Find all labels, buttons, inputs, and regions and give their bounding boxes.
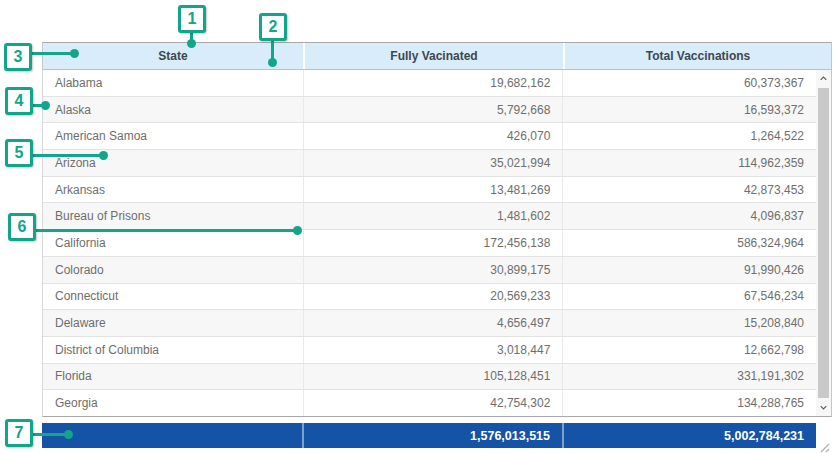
table-row[interactable]: California 172,456,138 586,324,964: [43, 230, 816, 257]
column-header-state[interactable]: State: [43, 43, 303, 69]
callout-marker-3: 3: [4, 43, 32, 71]
total-vaccinations-cell: 42,873,453: [562, 177, 816, 203]
fully-vacinated-cell: 30,899,175: [303, 257, 563, 283]
callout-dot-2: [268, 58, 277, 67]
table-row[interactable]: Connecticut 20,569,233 67,546,234: [43, 284, 816, 311]
table-row[interactable]: Delaware 4,656,497 15,208,840: [43, 310, 816, 337]
scrollbar-thumb[interactable]: [818, 88, 829, 398]
state-cell: Colorado: [43, 257, 303, 283]
scroll-down-button[interactable]: [816, 399, 831, 416]
state-cell: Bureau of Prisons: [43, 203, 303, 229]
total-vaccinations-cell: 4,096,837: [562, 203, 816, 229]
fully-vacinated-cell: 42,754,302: [303, 390, 563, 416]
state-cell: Florida: [43, 364, 303, 390]
callout-marker-4: 4: [5, 87, 33, 115]
summary-fully-vacinated: 1,576,013,515: [302, 423, 562, 448]
callout-dot-4: [41, 101, 50, 110]
table-row[interactable]: Colorado 30,899,175 91,990,426: [43, 257, 816, 284]
state-cell: California: [43, 230, 303, 256]
callout-line-7: [33, 433, 66, 436]
table-body: Alabama 19,682,162 60,373,367 Alaska 5,7…: [42, 70, 816, 417]
fully-vacinated-cell: 172,456,138: [303, 230, 563, 256]
callout-marker-5: 5: [5, 139, 33, 167]
callout-dot-7: [64, 430, 73, 439]
total-vaccinations-cell: 1,264,522: [562, 123, 816, 149]
callout-marker-6: 6: [8, 213, 36, 241]
column-header-total-vaccinations[interactable]: Total Vaccinations: [563, 43, 831, 69]
fully-vacinated-cell: 3,018,447: [303, 337, 563, 363]
state-cell: Georgia: [43, 390, 303, 416]
total-vaccinations-cell: 15,208,840: [562, 310, 816, 336]
total-vaccinations-cell: 12,662,798: [562, 337, 816, 363]
total-vaccinations-cell: 67,546,234: [562, 284, 816, 310]
column-header-fully-vacinated[interactable]: Fully Vacinated: [303, 43, 563, 69]
fully-vacinated-cell: 5,792,668: [303, 97, 563, 123]
callout-dot-5: [99, 151, 108, 160]
fully-vacinated-cell: 1,481,602: [303, 203, 563, 229]
state-cell: American Samoa: [43, 123, 303, 149]
resize-grip-icon: [818, 439, 830, 450]
total-vaccinations-cell: 16,593,372: [562, 97, 816, 123]
fully-vacinated-cell: 35,021,994: [303, 150, 563, 176]
table-row[interactable]: Arizona 35,021,994 114,962,359: [43, 150, 816, 177]
total-vaccinations-cell: 114,962,359: [562, 150, 816, 176]
table-row[interactable]: Arkansas 13,481,269 42,873,453: [43, 177, 816, 204]
fully-vacinated-cell: 105,128,451: [303, 364, 563, 390]
table-header: State Fully Vacinated Total Vaccinations: [42, 42, 832, 70]
table-row[interactable]: Florida 105,128,451 331,191,302: [43, 364, 816, 391]
table-row[interactable]: American Samoa 426,070 1,264,522: [43, 123, 816, 150]
total-vaccinations-cell: 60,373,367: [562, 70, 816, 96]
app-canvas: State Fully Vacinated Total Vaccinations…: [0, 0, 833, 453]
fully-vacinated-cell: 4,656,497: [303, 310, 563, 336]
state-cell: Connecticut: [43, 284, 303, 310]
summary-state-cell: [42, 423, 302, 448]
callout-line-5: [33, 154, 101, 157]
callout-line-6: [36, 229, 295, 232]
callout-dot-3: [70, 49, 79, 58]
fully-vacinated-cell: 13,481,269: [303, 177, 563, 203]
fully-vacinated-cell: 426,070: [303, 123, 563, 149]
vertical-scrollbar[interactable]: [816, 70, 832, 417]
total-vaccinations-cell: 586,324,964: [562, 230, 816, 256]
summary-total-vaccinations: 5,002,784,231: [562, 423, 816, 448]
state-cell: Delaware: [43, 310, 303, 336]
table-row[interactable]: Alaska 5,792,668 16,593,372: [43, 97, 816, 124]
state-cell: Alabama: [43, 70, 303, 96]
scroll-up-button[interactable]: [816, 70, 831, 87]
callout-marker-1: 1: [178, 5, 206, 33]
callout-marker-2: 2: [259, 13, 287, 41]
total-vaccinations-cell: 331,191,302: [562, 364, 816, 390]
fully-vacinated-cell: 20,569,233: [303, 284, 563, 310]
state-cell: Arkansas: [43, 177, 303, 203]
table-row[interactable]: Alabama 19,682,162 60,373,367: [43, 70, 816, 97]
callout-dot-6: [293, 226, 302, 235]
fully-vacinated-cell: 19,682,162: [303, 70, 563, 96]
table-row[interactable]: Bureau of Prisons 1,481,602 4,096,837: [43, 203, 816, 230]
table-row[interactable]: District of Columbia 3,018,447 12,662,79…: [43, 337, 816, 364]
total-vaccinations-cell: 134,288,765: [562, 390, 816, 416]
callout-dot-1: [187, 39, 196, 48]
callout-marker-7: 7: [5, 419, 33, 447]
chevron-down-icon: [820, 404, 827, 411]
total-vaccinations-cell: 91,990,426: [562, 257, 816, 283]
summary-row: 1,576,013,515 5,002,784,231: [42, 423, 816, 448]
state-cell: Alaska: [43, 97, 303, 123]
callout-line-3: [32, 52, 74, 55]
chevron-up-icon: [820, 75, 827, 82]
table-row[interactable]: Georgia 42,754,302 134,288,765: [43, 390, 816, 416]
state-cell: District of Columbia: [43, 337, 303, 363]
